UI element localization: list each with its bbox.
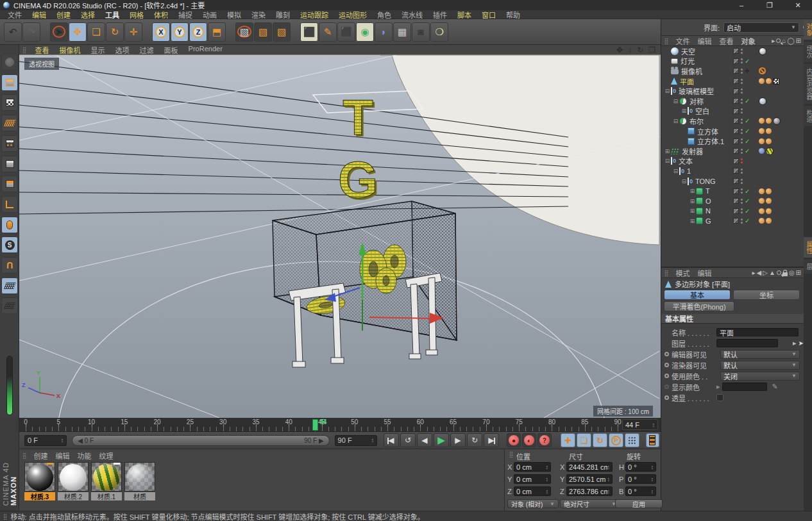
layer-toggle-icon[interactable] (733, 58, 739, 64)
expand-toggle-icon[interactable]: ⊟ (672, 98, 679, 104)
model-mode-button[interactable] (1, 74, 18, 91)
lock-y-button[interactable]: Y (171, 22, 189, 42)
object-manager-menu-编辑[interactable]: 编辑 (694, 36, 716, 46)
spinner-arrows-icon[interactable]: ↕ (546, 476, 549, 483)
interface-dropdown[interactable]: 启动 ▼ (723, 22, 799, 33)
layer-toggle-icon[interactable] (733, 48, 739, 54)
coord-input-位置-Y[interactable]: 0 cm↕ (514, 474, 551, 484)
end-frame-spinner[interactable]: 90 F↕ (335, 435, 377, 446)
goto-end-button[interactable]: ▶ (484, 433, 499, 447)
visibility-dots-icon[interactable] (741, 119, 743, 124)
viewport-menu-面板[interactable]: 面板 (159, 45, 183, 55)
menu-帮助[interactable]: 帮助 (501, 10, 525, 20)
spinner-arrows-icon[interactable]: ↕ (651, 488, 654, 495)
material-tag-icon[interactable] (759, 97, 766, 105)
object-row-1[interactable]: ⊟01 (661, 166, 804, 176)
attr-tab-坐标[interactable]: 坐标 (733, 290, 800, 300)
material-thumbnail[interactable] (91, 462, 122, 492)
viewport-menu-显示[interactable]: 显示 (86, 45, 110, 55)
attribute-manager-menu-编辑[interactable]: 编辑 (694, 268, 716, 278)
phong-tag-icon[interactable] (759, 198, 765, 204)
material-manager-menu-编辑[interactable]: 编辑 (52, 451, 74, 461)
material-item[interactable]: 材质.2 (58, 462, 89, 500)
drag-handle-icon[interactable]: ⣿ (19, 47, 30, 53)
edges-mode-button[interactable] (1, 156, 18, 172)
start-frame-spinner[interactable]: 0 F↕ (24, 435, 67, 446)
phong-tag-icon[interactable] (759, 188, 765, 194)
add-field-button[interactable]: ◗ (375, 22, 393, 42)
xray-checkbox[interactable] (716, 394, 723, 401)
filter-icon[interactable]: ◯ (787, 37, 794, 44)
viewport-menu-选项[interactable]: 选项 (110, 45, 135, 55)
object-row-玻璃框模型[interactable]: ⊟0玻璃框模型 (661, 86, 804, 96)
object-manager-menu-对象[interactable]: 对象 (738, 36, 759, 46)
layer-picker-icon[interactable]: ▸ (793, 339, 797, 347)
attr-select[interactable]: 默认▼ (720, 350, 800, 359)
object-row-文本[interactable]: ⊟0文本 (661, 156, 804, 167)
layer-toggle-icon[interactable] (733, 218, 739, 224)
layer-toggle-icon[interactable] (733, 78, 739, 84)
expand-toggle-icon[interactable]: ⊞ (689, 188, 696, 194)
material-thumbnail[interactable] (24, 462, 55, 492)
zoom-view-icon[interactable]: ↓ (628, 45, 632, 54)
material-manager-menu-纹理[interactable]: 纹理 (96, 451, 117, 461)
letter-t[interactable]: T (343, 89, 373, 145)
animation-dot-icon[interactable] (664, 363, 669, 367)
visibility-dots-icon[interactable] (741, 129, 743, 134)
new-panel-icon[interactable]: ⊞ (796, 269, 801, 276)
add-light-button[interactable]: ❍ (430, 22, 448, 42)
animation-dot-icon[interactable] (664, 395, 669, 400)
lock-z-button[interactable]: Z (189, 22, 207, 42)
drag-handle-icon[interactable]: ⣿ (661, 38, 672, 44)
material-tag-icon[interactable] (766, 147, 774, 155)
tab-构造[interactable]: 构造 (804, 106, 812, 126)
record-position-button[interactable]: ✚ (561, 433, 575, 447)
apply-button[interactable]: 应用 (615, 499, 663, 508)
record-keyframe-button[interactable]: ● (507, 433, 521, 447)
redo-button[interactable]: ↷ (22, 22, 40, 42)
layer-toggle-icon[interactable] (733, 88, 739, 94)
panel-arrow-icon[interactable]: ▸ (752, 269, 756, 276)
close-button[interactable]: ✕ (784, 0, 812, 10)
material-thumbnail[interactable] (58, 462, 89, 492)
menu-雕刻[interactable]: 雕刻 (271, 10, 295, 20)
menu-选择[interactable]: 选择 (76, 10, 100, 20)
visibility-dots-icon[interactable] (741, 58, 743, 63)
compositing-tag-icon[interactable] (773, 78, 779, 85)
expand-toggle-icon[interactable]: ⊞ (689, 218, 696, 224)
texture-tag-icon[interactable] (766, 138, 772, 144)
toggle-view-icon[interactable]: ❐ (648, 45, 656, 54)
layer-toggle-icon[interactable] (733, 108, 739, 114)
coord-dropdown-对象 (相对)[interactable]: 对象 (相对)▼ (507, 499, 559, 508)
attr-select[interactable]: 默认▼ (720, 361, 800, 370)
add-spline-button[interactable]: ✎ (319, 22, 337, 42)
spinner-arrows-icon[interactable]: ↕ (371, 437, 374, 443)
object-manager-menu-查看[interactable]: 查看 (716, 36, 738, 46)
enabled-check-icon[interactable]: ✓ (745, 188, 750, 195)
layer-toggle-icon[interactable] (733, 198, 739, 204)
rotate-view-icon[interactable]: ↻ (637, 45, 643, 54)
coordinate-system-button[interactable]: ⬒ (208, 22, 226, 42)
enabled-check-icon[interactable]: ✓ (745, 138, 750, 145)
record-rotation-button[interactable]: ↻ (593, 433, 607, 447)
phong-tag-icon[interactable] (759, 118, 765, 124)
viewport-menu-摄像机[interactable]: 摄像机 (55, 45, 86, 55)
object-row-对称[interactable]: ⊟对称✓ (661, 96, 804, 106)
coord-input-尺寸-Y[interactable]: 2570.51 cm↕ (566, 474, 613, 484)
restore-button[interactable]: ❐ (756, 0, 784, 10)
visibility-dots-icon[interactable] (741, 188, 743, 194)
spinner-arrows-icon[interactable]: ↕ (651, 464, 654, 470)
object-mode-icon[interactable]: ▲ (769, 269, 775, 276)
visibility-dots-icon[interactable] (741, 179, 743, 184)
visibility-dots-icon[interactable] (741, 88, 743, 94)
layer-toggle-icon[interactable] (733, 68, 739, 74)
add-camera-button[interactable]: ◙ (412, 22, 430, 42)
object-row-天空[interactable]: 天空 (661, 46, 804, 56)
live-selection-button[interactable]: ➤ (50, 22, 68, 42)
workplane-lock-button[interactable] (1, 277, 18, 294)
panel-arrow-icon[interactable]: ▸ (772, 37, 775, 44)
coord-input-旋转-H[interactable]: 0 °↕ (625, 462, 656, 472)
object-row-立方体.1[interactable]: 立方体.1✓ (661, 136, 804, 146)
expand-toggle-icon[interactable]: ⊟ (664, 158, 671, 164)
expand-toggle-icon[interactable]: ⊟ (672, 118, 679, 124)
